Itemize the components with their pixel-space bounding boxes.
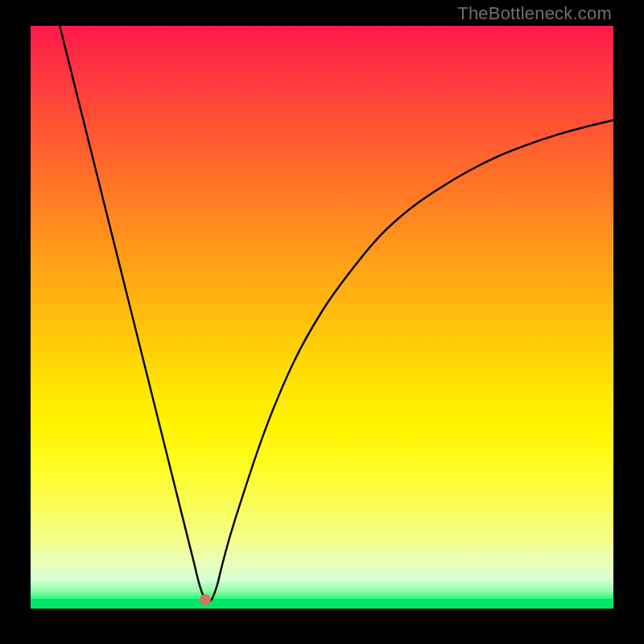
watermark-label: TheBottleneck.com — [457, 3, 612, 24]
curve-path — [60, 26, 613, 602]
chart-frame — [31, 26, 613, 609]
marker-dot — [200, 594, 211, 605]
bottleneck-curve — [31, 26, 613, 609]
